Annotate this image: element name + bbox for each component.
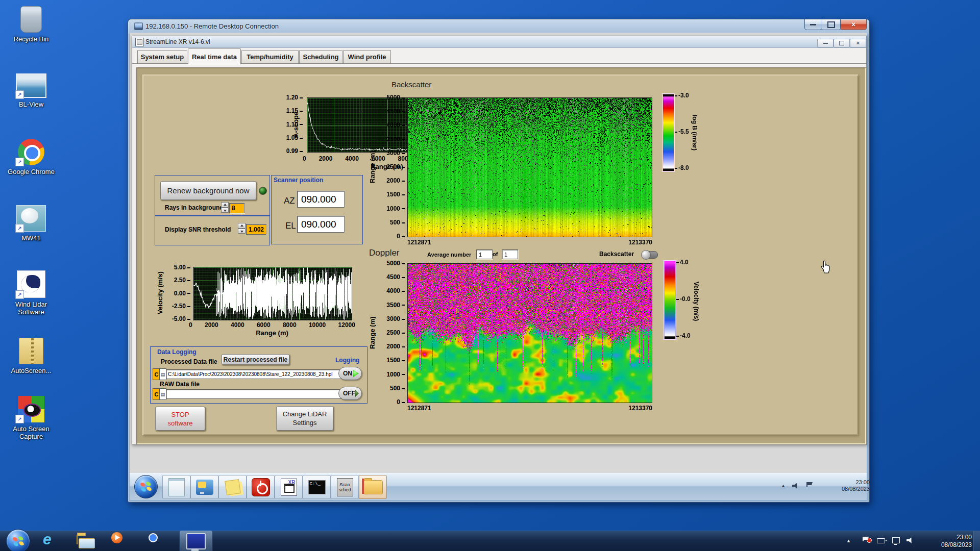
windows-logo-icon bbox=[140, 482, 152, 492]
change-lidar-settings-button[interactable]: Change LiDAR Settings bbox=[276, 406, 333, 431]
snr-value[interactable]: 1.002 bbox=[246, 224, 266, 235]
backscatter-colorbar-label: log B (/m/sr) bbox=[691, 99, 698, 166]
desktop-icon-mw41[interactable]: ↗ MW41 bbox=[4, 203, 58, 242]
doppler-colorbar-label: Velocity (m/s) bbox=[692, 266, 700, 337]
tab-scheduling[interactable]: Scheduling bbox=[299, 50, 342, 63]
tick-label: 0 bbox=[189, 321, 192, 329]
recycle-bin-icon bbox=[20, 6, 42, 33]
shortcut-arrow-icon: ↗ bbox=[15, 90, 24, 99]
backscatter-title: Backscatter bbox=[391, 80, 431, 89]
desktop-icon-label: AutoScreen... bbox=[4, 367, 58, 374]
desktop-icon-label: BL-View bbox=[4, 101, 58, 108]
tick-label: 4000 bbox=[345, 155, 359, 162]
rdp-close-button[interactable]: × bbox=[840, 19, 867, 30]
velocity-x-axis-label: Range (m) bbox=[193, 329, 351, 337]
rdp-maximize-button[interactable] bbox=[821, 19, 841, 30]
average-number-field[interactable]: 1 bbox=[476, 249, 493, 259]
app-restore-button[interactable] bbox=[834, 39, 850, 47]
host-tray-expand-icon[interactable]: ▲ bbox=[846, 538, 851, 543]
host-taskbar-rdp-active[interactable] bbox=[180, 531, 212, 551]
remote-start-button[interactable] bbox=[134, 475, 158, 498]
remote-taskbar-sticky-notes[interactable] bbox=[218, 475, 247, 499]
remote-taskbar-control-panel[interactable] bbox=[190, 475, 218, 499]
close-icon: × bbox=[851, 21, 855, 28]
desktop-icon-autoscreen-zip[interactable]: AutoScreen... bbox=[4, 336, 58, 374]
desktop-icon-google-chrome[interactable]: ↗ Google Chrome bbox=[4, 137, 58, 176]
change-line2: Settings bbox=[293, 418, 317, 427]
host-tray-battery-icon[interactable] bbox=[877, 538, 885, 543]
tab-system-setup[interactable]: System setup bbox=[137, 50, 187, 63]
snr-spinner[interactable] bbox=[238, 223, 246, 234]
remote-taskbar-power-app[interactable] bbox=[247, 475, 275, 499]
scanner-position-title: Scanner position bbox=[274, 177, 323, 184]
tab-temp-humidity[interactable]: Temp/humidity bbox=[241, 50, 299, 63]
host-start-button[interactable] bbox=[6, 529, 30, 551]
rays-spinner[interactable] bbox=[221, 202, 229, 213]
app-minimize-button[interactable] bbox=[817, 39, 834, 47]
shortcut-arrow-icon: ↗ bbox=[15, 224, 24, 233]
host-tray-clock[interactable]: 23:00 08/08/2023 bbox=[919, 534, 972, 549]
remote-tray-speaker-icon[interactable] bbox=[792, 483, 799, 489]
tick-label: 1.15 bbox=[286, 107, 303, 114]
rdp-minimize-button[interactable] bbox=[804, 19, 822, 30]
host-taskbar bbox=[0, 531, 980, 551]
host-taskbar-explorer[interactable] bbox=[77, 535, 78, 544]
velocity-plot bbox=[193, 267, 352, 320]
processed-path-field[interactable]: C:\Lidar\Data\Proc\2023\202308\20230808\… bbox=[166, 369, 341, 379]
scan-scheduler-icon: Scan sched bbox=[337, 478, 353, 496]
remote-taskbar-command-prompt[interactable]: C:\_ bbox=[303, 475, 331, 499]
host-taskbar-internet-explorer[interactable]: e bbox=[43, 531, 52, 548]
app-close-button[interactable]: × bbox=[850, 39, 866, 47]
rdp-computer-icon bbox=[134, 22, 143, 30]
rays-value[interactable]: 8 bbox=[229, 203, 244, 213]
tick-label: 3000 bbox=[386, 149, 405, 157]
raw-path-field[interactable] bbox=[166, 389, 341, 399]
minimize-icon bbox=[823, 43, 828, 44]
tick-label: 0 bbox=[303, 155, 306, 162]
tick-label: 0.99 bbox=[286, 147, 303, 155]
remote-taskbar-scan-scheduler[interactable]: Scan sched bbox=[331, 475, 359, 499]
tick-label: 4500 bbox=[386, 273, 405, 281]
scanner-position-group: Scanner position AZ 090.000 EL 090.000 bbox=[271, 175, 363, 244]
desktop-icon-bl-view[interactable]: ↗ BL-View bbox=[4, 69, 58, 108]
average-total-field[interactable]: 1 bbox=[502, 249, 518, 259]
tick-label: -5.00 bbox=[172, 315, 190, 322]
show-desktop-button[interactable] bbox=[973, 531, 980, 551]
shortcut-arrow-icon: ↗ bbox=[15, 290, 24, 299]
desktop-icon-recycle-bin[interactable]: Recycle Bin bbox=[4, 4, 58, 43]
remote-taskbar-streamline-xr[interactable]: XR bbox=[275, 475, 303, 499]
el-field[interactable]: 090.000 bbox=[297, 216, 345, 233]
tab-strip-base bbox=[132, 63, 866, 65]
app-window-title: StreamLine XR v14-6.vi bbox=[145, 38, 210, 45]
remote-tray-clock[interactable]: 23:00 08/08/2023 bbox=[821, 479, 870, 492]
restart-processed-file-button[interactable]: Restart processed file bbox=[222, 354, 289, 365]
host-tray-flag-icon[interactable] bbox=[863, 537, 870, 541]
remote-taskbar-folder[interactable] bbox=[359, 475, 387, 499]
backscatter-toggle[interactable] bbox=[642, 251, 658, 259]
desktop-icon-label: Auto Screen Capture bbox=[4, 425, 58, 440]
renew-background-button[interactable]: Renew background now bbox=[160, 181, 256, 200]
restore-icon bbox=[839, 41, 844, 45]
remote-tray-flag-icon[interactable] bbox=[806, 482, 814, 487]
host-taskbar-media-player[interactable] bbox=[116, 533, 117, 542]
labview-vi-icon bbox=[135, 38, 144, 46]
shortcut-arrow-icon: ↗ bbox=[15, 158, 24, 166]
desktop-icon-auto-screen-capture[interactable]: ↗ Auto Screen Capture bbox=[4, 394, 58, 440]
backscatter-colorbar bbox=[663, 94, 674, 171]
remote-taskbar-notepad[interactable] bbox=[162, 475, 190, 499]
az-field[interactable]: 090.000 bbox=[297, 191, 345, 208]
desktop-icon-wind-lidar-software[interactable]: ↗ Wind Lidar Software bbox=[4, 269, 58, 316]
tab-real-time-data[interactable]: Real time data bbox=[188, 48, 241, 64]
stop-software-button[interactable]: STOP software bbox=[155, 407, 205, 431]
tick-label: 4500 bbox=[386, 108, 405, 115]
tick-label: 2500 bbox=[386, 329, 405, 336]
host-clock-date: 08/08/2023 bbox=[919, 541, 972, 549]
raw-logging-off-button[interactable]: OFF bbox=[338, 387, 362, 400]
control-panel-icon bbox=[196, 480, 213, 495]
processed-logging-on-button[interactable]: ON bbox=[338, 367, 362, 380]
tick-label: 4000 bbox=[386, 121, 405, 129]
command-prompt-icon: C:\_ bbox=[308, 480, 326, 494]
host-tray-network-icon[interactable] bbox=[892, 537, 900, 543]
tab-wind-profile[interactable]: Wind profile bbox=[343, 50, 391, 63]
remote-tray-expand-icon[interactable]: ▲ bbox=[781, 483, 786, 488]
